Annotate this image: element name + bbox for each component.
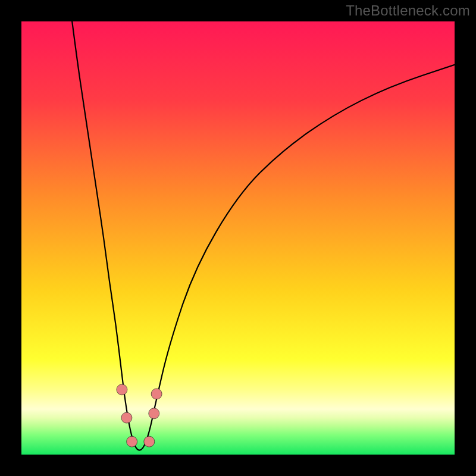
watermark-text: TheBottleneck.com (346, 2, 470, 19)
curve-marker (144, 436, 155, 447)
plot-background (21, 21, 455, 455)
chart-frame: { "watermark": "TheBottleneck.com", "cha… (0, 0, 476, 476)
curve-marker (117, 384, 127, 395)
curve-marker (127, 436, 137, 447)
curve-marker (151, 389, 162, 399)
curve-marker (149, 408, 159, 419)
curve-marker (121, 412, 132, 423)
bottleneck-chart (0, 0, 476, 476)
